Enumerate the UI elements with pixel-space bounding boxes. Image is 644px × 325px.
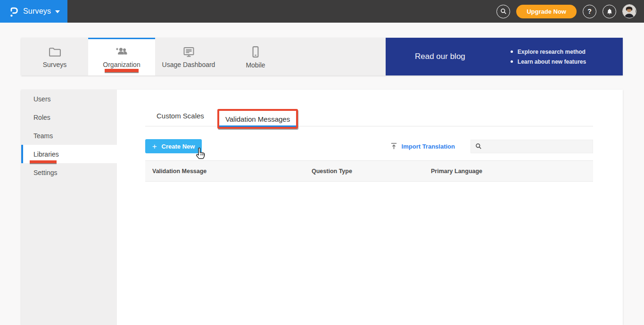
questionpro-logo-icon bbox=[8, 5, 19, 18]
nav-tab-surveys[interactable]: Surveys bbox=[21, 38, 88, 75]
validation-messages-toolbar: + Create New Import Translation bbox=[145, 139, 593, 154]
sidebar-item-label: Settings bbox=[33, 169, 58, 176]
search-icon bbox=[475, 143, 482, 150]
dashboard-screen-icon bbox=[182, 46, 195, 58]
red-box-annotation: Validation Messages bbox=[217, 109, 298, 129]
sidebar-item-settings[interactable]: Settings bbox=[21, 163, 117, 182]
chevron-down-icon bbox=[55, 10, 60, 13]
validation-table-header: Validation Message Question Type Primary… bbox=[145, 160, 593, 182]
blog-bullet: Learn about new features bbox=[511, 58, 586, 65]
import-translation-link[interactable]: Import Translation bbox=[390, 142, 455, 150]
nav-tab-label: Surveys bbox=[43, 61, 67, 68]
nav-tab-label: Organization bbox=[103, 61, 140, 68]
smartphone-icon bbox=[252, 46, 259, 58]
red-underline-annotation bbox=[105, 69, 139, 72]
sidebar-item-users[interactable]: Users bbox=[21, 90, 117, 108]
column-header-question-type: Question Type bbox=[312, 168, 431, 175]
libraries-page-card: Users Roles Teams Libraries Settings Cus… bbox=[21, 90, 623, 325]
nav-tab-label: Usage Dashboard bbox=[162, 61, 215, 68]
column-header-primary-language: Primary Language bbox=[431, 168, 593, 175]
search-button[interactable] bbox=[496, 5, 510, 18]
nav-tab-mobile[interactable]: Mobile bbox=[222, 38, 289, 75]
help-button[interactable]: ? bbox=[583, 5, 596, 18]
nav-tab-organization[interactable]: Organization bbox=[88, 38, 155, 75]
main-nav-tabs: Surveys Organization Usage Dashboard bbox=[21, 38, 386, 75]
read-our-blog-banner[interactable]: Read our blog Explore research method Le… bbox=[386, 38, 623, 75]
tab-validation-messages[interactable]: Validation Messages bbox=[219, 111, 296, 127]
blog-banner-title: Read our blog bbox=[415, 52, 465, 61]
notification-bell-icon bbox=[606, 8, 613, 15]
search-icon bbox=[500, 8, 507, 15]
blog-bullet-list: Explore research method Learn about new … bbox=[511, 49, 586, 65]
question-mark-icon: ? bbox=[587, 8, 592, 15]
table-search-box[interactable] bbox=[471, 140, 593, 153]
sidebar-item-roles[interactable]: Roles bbox=[21, 108, 117, 126]
folder-icon bbox=[49, 46, 61, 58]
topbar-actions: Upgrade Now ? bbox=[496, 4, 636, 18]
product-name: Surveys bbox=[23, 7, 51, 16]
tab-custom-scales[interactable]: Custom Scales bbox=[149, 112, 212, 126]
app-switcher[interactable]: Surveys bbox=[0, 0, 67, 23]
upgrade-now-button[interactable]: Upgrade Now bbox=[516, 5, 577, 18]
library-tabs: Custom Scales Validation Messages bbox=[145, 90, 593, 126]
sidebar-item-teams[interactable]: Teams bbox=[21, 126, 117, 145]
org-navigation-card: Surveys Organization Usage Dashboard bbox=[21, 38, 623, 75]
sidebar-item-label: Libraries bbox=[33, 150, 59, 158]
notifications-button[interactable] bbox=[603, 5, 616, 18]
nav-tab-usage-dashboard[interactable]: Usage Dashboard bbox=[155, 38, 222, 75]
create-new-button[interactable]: + Create New bbox=[145, 139, 202, 153]
nav-tab-label: Mobile bbox=[246, 61, 265, 69]
search-input[interactable] bbox=[485, 143, 593, 150]
people-add-icon bbox=[115, 46, 129, 58]
sidebar-item-label: Teams bbox=[33, 132, 53, 140]
top-bar: Surveys Upgrade Now ? bbox=[0, 0, 644, 23]
column-header-validation-message: Validation Message bbox=[152, 168, 312, 175]
sidebar-item-label: Users bbox=[33, 95, 51, 103]
plus-icon: + bbox=[152, 142, 157, 150]
user-profile-photo bbox=[623, 5, 636, 17]
sidebar-item-label: Roles bbox=[33, 114, 50, 121]
avatar[interactable] bbox=[622, 4, 636, 18]
create-new-label: Create New bbox=[162, 143, 195, 150]
import-upload-icon bbox=[390, 142, 397, 150]
import-translation-label: Import Translation bbox=[402, 143, 455, 150]
org-sidebar: Users Roles Teams Libraries Settings bbox=[21, 90, 117, 325]
blog-bullet: Explore research method bbox=[511, 49, 586, 55]
sidebar-item-libraries[interactable]: Libraries bbox=[21, 145, 117, 163]
libraries-content: Custom Scales Validation Messages + Crea… bbox=[117, 90, 623, 325]
